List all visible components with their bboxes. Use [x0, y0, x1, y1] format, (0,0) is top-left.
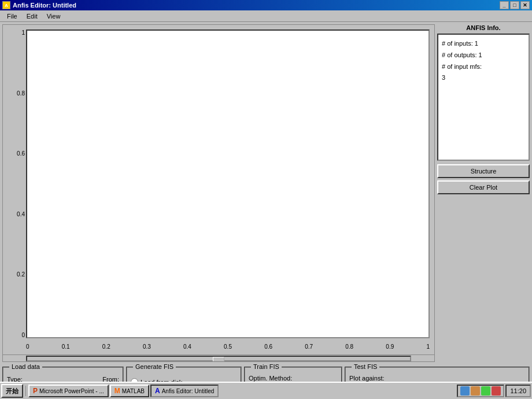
taskbar-item-ppt-label: Microsoft PowerPoint - ... — [39, 388, 104, 394]
taskbar-item-matlab-label: MATLAB — [122, 388, 145, 394]
anfis-info-line-3: # of input mfs: — [442, 61, 525, 73]
test-fis-title: Test FIS — [352, 363, 379, 370]
sys-icon-2 — [471, 386, 480, 396]
menu-view[interactable]: View — [42, 12, 65, 21]
structure-button[interactable]: Structure — [437, 164, 530, 178]
y-label-1: 1 — [21, 29, 25, 36]
taskbar: 开始 P Microsoft PowerPoint - ... M MATLAB… — [0, 382, 532, 399]
x-axis: 0 0.1 0.2 0.3 0.4 0.5 0.6 0.7 0.8 0.9 1 — [26, 343, 430, 350]
menu-file[interactable]: File — [2, 12, 22, 21]
sys-icon-4 — [492, 386, 501, 396]
y-axis: 1 0.8 0.6 0.4 0.2 0 — [8, 29, 25, 338]
anfis-info-line-2: # of outputs: 1 — [442, 50, 525, 61]
start-button[interactable]: 开始 — [1, 384, 23, 398]
optim-label: Optim. Method: — [249, 375, 338, 382]
plot-canvas — [26, 29, 430, 338]
close-button[interactable]: ✕ — [520, 1, 530, 9]
anfis-info-title: ANFIS Info. — [437, 24, 530, 31]
ppt-icon: P — [33, 387, 38, 395]
scroll-bar[interactable] — [3, 354, 434, 361]
taskbar-item-matlab[interactable]: M MATLAB — [110, 385, 149, 397]
anfis-info-line-4: 3 — [442, 72, 525, 84]
window-title: Anfis Editor: Untitled — [13, 2, 76, 9]
taskbar-item-anfis[interactable]: A Anfis Editor: Untitled — [150, 385, 219, 397]
y-label-02: 0.2 — [17, 271, 25, 278]
taskbar-item-powerpoint[interactable]: P Microsoft PowerPoint - ... — [28, 385, 109, 397]
sys-icon-3 — [481, 386, 490, 396]
title-bar: A Anfis Editor: Untitled _ □ ✕ — [0, 0, 532, 10]
taskbar-divider — [25, 386, 26, 396]
y-label-06: 0.6 — [17, 150, 25, 157]
load-data-title: Load data — [9, 363, 42, 370]
minimize-button[interactable]: _ — [500, 1, 509, 9]
plot-area: 1 0.8 0.6 0.4 0.2 0 0 0.1 0.2 0.3 0.4 0.… — [2, 24, 435, 362]
anfis-icon: A — [155, 387, 160, 395]
plot-against-label: Plot against: — [349, 375, 525, 382]
menu-edit[interactable]: Edit — [22, 12, 42, 21]
anfis-info-box: # of inputs: 1 # of outputs: 1 # of inpu… — [437, 34, 530, 161]
y-label-04: 0.4 — [17, 211, 25, 217]
taskbar-items: P Microsoft PowerPoint - ... M MATLAB A … — [28, 385, 456, 397]
train-fis-title: Train FIS — [251, 363, 282, 370]
y-label-0: 0 — [21, 332, 25, 338]
y-label-08: 0.8 — [17, 90, 25, 97]
taskbar-item-anfis-label: Anfis Editor: Untitled — [162, 388, 215, 394]
menu-bar: File Edit View — [0, 10, 532, 22]
taskbar-system-tray — [457, 385, 504, 397]
matlab-icon: M — [114, 387, 120, 395]
taskbar-clock: 11:20 — [505, 385, 531, 397]
main-container: 1 0.8 0.6 0.4 0.2 0 0 0.1 0.2 0.3 0.4 0.… — [0, 22, 532, 364]
title-bar-buttons: _ □ ✕ — [500, 1, 530, 9]
sys-icon-1 — [460, 386, 470, 396]
anfis-info-panel: ANFIS Info. # of inputs: 1 # of outputs:… — [437, 24, 530, 362]
generate-fis-title: Generate FIS — [133, 363, 176, 370]
anfis-info-line-1: # of inputs: 1 — [442, 38, 525, 50]
start-label: 开始 — [6, 387, 19, 396]
app-icon: A — [2, 1, 10, 9]
clear-plot-button[interactable]: Clear Plot — [437, 180, 530, 194]
maximize-button[interactable]: □ — [510, 1, 519, 9]
